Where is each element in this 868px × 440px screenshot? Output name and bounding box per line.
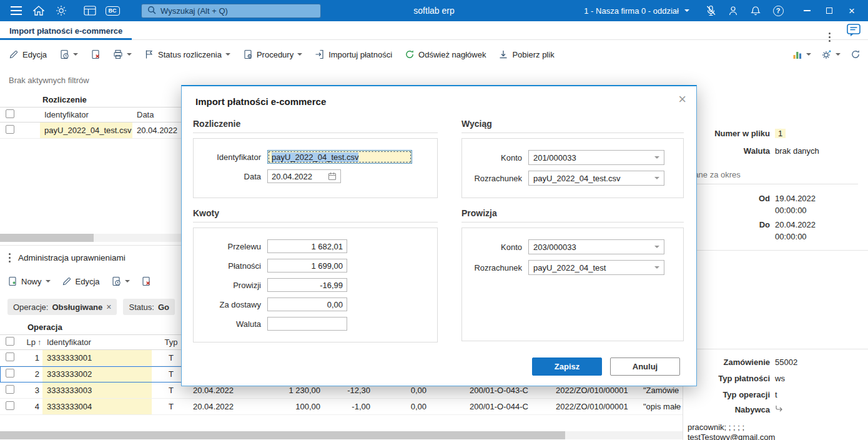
field-waluta: Waluta brak danych (683, 146, 862, 156)
cell-identyfikator[interactable]: 3333333002 (42, 366, 152, 382)
platnosci-input[interactable]: 1 699,00 (267, 259, 347, 272)
close-window-button[interactable]: × (844, 3, 859, 18)
menu-icon[interactable] (9, 3, 24, 18)
select-all-checkbox[interactable] (6, 109, 14, 118)
row-checkbox[interactable] (6, 401, 14, 410)
pobierz-plik-button[interactable]: Pobierz plik (498, 49, 554, 59)
cancel-button[interactable]: Anuluj (610, 358, 680, 376)
home-icon[interactable] (31, 3, 46, 18)
cell-identyfikator[interactable]: payU_2022_04_test.csv (40, 122, 132, 138)
column-header-lp[interactable]: Lp ↑ (25, 338, 42, 347)
scrollbar-thumb[interactable] (0, 431, 565, 439)
personalize-button[interactable] (821, 49, 841, 60)
remove-filter-icon[interactable]: × (106, 302, 111, 312)
print-button[interactable] (113, 49, 132, 59)
column-header-identyfikator[interactable]: Identyfikator (40, 110, 132, 119)
section-wyciag: Wyciąg Konto 201/000033 Rozrachunek payU… (461, 119, 684, 198)
chevron-down-icon (73, 53, 78, 56)
edit-operations-button[interactable]: Edycja (62, 276, 100, 286)
rozrachunek-prowizja-select[interactable]: payU_2022_04_test (528, 260, 664, 275)
pencil-icon (9, 49, 19, 59)
user-icon[interactable] (726, 3, 741, 18)
dialog-title: Import płatności e-commerce (195, 96, 326, 107)
column-header-identyfikator[interactable]: Identyfikator (42, 338, 152, 347)
cell-identyfikator[interactable]: 3333333001 (42, 350, 152, 366)
mic-off-icon[interactable] (703, 3, 718, 18)
chevron-down-icon (654, 156, 659, 159)
chevron-down-icon (225, 53, 230, 56)
platnosci-label: Płatności (200, 261, 267, 271)
field-numer-w-pliku: Numer w pliku 1 (683, 129, 862, 138)
new-button[interactable]: Nowy (7, 276, 51, 286)
minimize-button[interactable] (799, 3, 814, 18)
import-icon (315, 49, 325, 59)
field-nabywca: Nabywca (683, 405, 862, 414)
sun-icon[interactable] (54, 3, 69, 18)
buyer-note: pracownik; ; ; ; ; testTestowy@gmail.com (688, 422, 864, 440)
chart-view-button[interactable] (792, 50, 811, 59)
chevron-down-icon (46, 280, 51, 282)
scrollbar-thumb[interactable] (0, 234, 94, 242)
identyfikator-input[interactable]: payU_2022_04_test.csv (267, 150, 412, 164)
row-checkbox[interactable] (6, 125, 14, 134)
dialog-close-button[interactable]: × (678, 91, 686, 108)
maximize-button[interactable] (822, 3, 837, 18)
edit-button[interactable]: Edycja (9, 49, 47, 59)
tab-import-platnosci[interactable]: Import płatności e-commerce (0, 21, 132, 40)
help-icon[interactable]: ? (771, 3, 786, 18)
delete-operations-button[interactable] (141, 276, 151, 286)
filter-chip-status[interactable]: Status: Go (123, 299, 175, 315)
select-all-checkbox[interactable] (6, 337, 14, 346)
chevron-down-icon (654, 177, 659, 179)
cell-identyfikator[interactable]: 3333333003 (42, 382, 152, 398)
chevron-down-icon (684, 9, 689, 12)
chevron-down-icon (297, 53, 302, 56)
feedback-button[interactable] (847, 24, 861, 39)
konto-select[interactable]: 201/000033 (528, 150, 664, 165)
row-checkbox[interactable] (6, 369, 14, 378)
rozrachunek-select[interactable]: payU_2022_04_test.csv (528, 171, 664, 186)
company-selector[interactable]: 1 - Nasza firma 0 - oddział (584, 6, 689, 16)
document-x-icon (91, 49, 101, 59)
delete-button[interactable] (91, 49, 101, 59)
filter-chip-operacje[interactable]: Operacje: Obsługiwane × (7, 299, 117, 315)
table-row[interactable]: 4 3333333004 T 20.04.2022 100,00 -1,00 0… (0, 399, 683, 415)
cell-identyfikator[interactable]: 3333333004 (42, 399, 152, 414)
row-checkbox[interactable] (6, 385, 14, 394)
kebab-icon[interactable] (9, 253, 11, 262)
save-button[interactable]: Zapisz (532, 358, 602, 376)
sort-asc-icon: ↑ (37, 338, 41, 347)
gear-document-icon (243, 49, 253, 59)
field-do: Do 20.04.2022 00:00:00 (683, 219, 862, 242)
prowizji-label: Prowizji (200, 281, 267, 290)
status-rozliczenia-button[interactable]: Status rozliczenia (144, 49, 230, 59)
active-filters-note: Brak aktywnych filtrów (9, 76, 89, 85)
procedury-button[interactable]: Procedury (243, 49, 302, 59)
section-prowizja: Prowizja Konto 203/000033 Rozrachunek pa… (461, 208, 684, 341)
search-input[interactable]: Wyszukaj (Alt + Q) (141, 4, 321, 18)
przelewu-input[interactable]: 1 682,01 (267, 239, 347, 253)
chevron-down-icon (806, 53, 811, 56)
card-operations-button[interactable] (111, 276, 130, 286)
refresh-page-button[interactable] (851, 49, 861, 59)
document-x-icon (141, 276, 151, 286)
prowizji-input[interactable]: -16,99 (267, 278, 347, 292)
section-dane-za-okres: Dane za okres (688, 170, 858, 184)
horizontal-scrollbar-bottom[interactable] (0, 431, 683, 439)
drilldown-arrow-icon[interactable] (775, 405, 783, 414)
waluta-input[interactable] (267, 317, 347, 331)
konto-prowizja-select[interactable]: 203/000033 (528, 239, 664, 254)
apps-icon[interactable] (82, 3, 97, 18)
tab-bar: Import płatności e-commerce (0, 21, 868, 40)
za-dostawy-input[interactable]: 0,00 (267, 298, 347, 311)
data-label: Data (200, 172, 267, 181)
row-checkbox[interactable] (6, 352, 14, 361)
document-clock-icon (111, 276, 121, 286)
bc-badge[interactable]: BC (105, 3, 120, 18)
data-input[interactable]: 20.04.2022 (267, 169, 341, 183)
card-button[interactable] (59, 49, 78, 59)
konto-label: Konto (468, 153, 528, 162)
odswiez-naglowek-button[interactable]: Odśwież nagłówek (405, 49, 486, 59)
importuj-platnosci-button[interactable]: Importuj płatności (315, 49, 392, 59)
bell-icon[interactable] (748, 3, 763, 18)
